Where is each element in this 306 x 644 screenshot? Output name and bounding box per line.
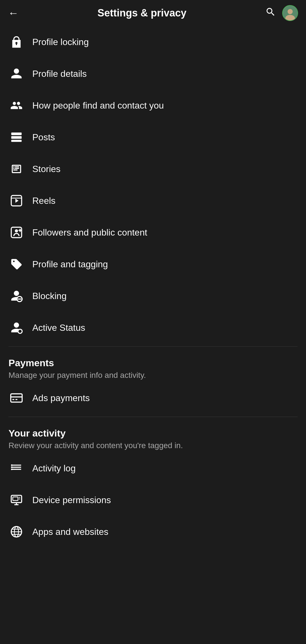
section-subtitle-payments: Manage your payment info and activity. xyxy=(8,371,298,380)
svg-rect-5 xyxy=(11,140,22,142)
menu-item-reels[interactable]: Reels xyxy=(0,185,306,217)
profile-icon xyxy=(8,66,24,82)
svg-rect-19 xyxy=(12,399,14,400)
svg-point-25 xyxy=(11,467,13,468)
svg-rect-17 xyxy=(11,394,22,402)
menu-item-profile-locking[interactable]: Profile locking xyxy=(0,26,306,58)
menu-item-followers-public[interactable]: Followers and public content xyxy=(0,217,306,248)
avatar[interactable] xyxy=(282,5,298,21)
page-title: Settings & privacy xyxy=(97,7,186,19)
menu-label-active-status: Active Status xyxy=(32,323,85,333)
device-permissions-icon xyxy=(8,492,24,508)
divider-activity xyxy=(8,417,298,417)
svg-rect-20 xyxy=(15,399,17,400)
menu-label-profile-locking: Profile locking xyxy=(32,37,89,47)
menu-item-stories[interactable]: Stories xyxy=(0,153,306,185)
menu-item-posts[interactable]: Posts xyxy=(0,121,306,153)
menu-item-profile-details[interactable]: Profile details xyxy=(0,58,306,90)
menu-label-ads-payments: Ads payments xyxy=(32,393,90,403)
menu-label-device-permissions: Device permissions xyxy=(32,495,111,505)
svg-rect-3 xyxy=(11,133,22,135)
menu-label-activity-log: Activity log xyxy=(32,463,76,474)
activity-log-icon xyxy=(8,460,24,476)
svg-point-24 xyxy=(11,464,13,466)
blocking-icon xyxy=(8,288,24,304)
menu-list: Profile locking Profile details How peop… xyxy=(0,26,306,344)
svg-point-10 xyxy=(15,229,18,232)
back-button[interactable]: ← xyxy=(8,7,19,19)
search-icon[interactable] xyxy=(265,7,276,20)
section-header-activity: Your activity Review your activity and c… xyxy=(0,420,306,452)
svg-point-26 xyxy=(11,469,13,470)
menu-item-device-permissions[interactable]: Device permissions xyxy=(0,484,306,516)
menu-item-find-contact[interactable]: How people find and contact you xyxy=(0,90,306,121)
find-contact-icon xyxy=(8,98,24,113)
menu-label-blocking: Blocking xyxy=(32,291,67,301)
menu-label-reels: Reels xyxy=(32,196,56,206)
section-title-payments: Payments xyxy=(8,357,298,368)
menu-label-stories: Stories xyxy=(32,164,61,174)
section-title-activity: Your activity xyxy=(8,428,298,439)
divider-payments xyxy=(8,346,298,347)
menu-label-posts: Posts xyxy=(32,132,55,143)
section-subtitle-activity: Review your activity and content you're … xyxy=(8,441,298,450)
menu-label-profile-details: Profile details xyxy=(32,69,87,79)
svg-marker-7 xyxy=(15,199,18,203)
menu-item-blocking[interactable]: Blocking xyxy=(0,280,306,312)
apps-websites-icon xyxy=(8,524,24,540)
svg-rect-30 xyxy=(13,497,18,501)
menu-item-ads-payments[interactable]: Ads payments xyxy=(0,382,306,414)
reels-icon xyxy=(8,193,24,209)
header: ← Settings & privacy xyxy=(0,0,306,26)
stories-icon xyxy=(8,161,24,177)
svg-rect-4 xyxy=(11,136,22,139)
menu-label-apps-websites: Apps and websites xyxy=(32,527,109,537)
avatar-image xyxy=(283,6,298,20)
menu-item-activity-log[interactable]: Activity log xyxy=(0,452,306,484)
menu-item-profile-tagging[interactable]: Profile and tagging xyxy=(0,248,306,280)
posts-icon xyxy=(8,129,24,145)
followers-icon xyxy=(8,224,24,240)
credit-card-icon xyxy=(8,390,24,406)
header-right xyxy=(265,5,298,21)
tagging-icon xyxy=(8,256,24,272)
svg-point-16 xyxy=(18,329,22,334)
menu-label-profile-tagging: Profile and tagging xyxy=(32,259,108,270)
active-status-icon xyxy=(8,320,24,336)
lock-icon xyxy=(8,34,24,50)
menu-item-active-status[interactable]: Active Status xyxy=(0,312,306,344)
menu-label-find-contact: How people find and contact you xyxy=(32,100,164,111)
svg-point-1 xyxy=(288,9,293,14)
menu-label-followers-public: Followers and public content xyxy=(32,227,147,238)
header-left: ← xyxy=(8,7,19,19)
menu-item-apps-websites[interactable]: Apps and websites xyxy=(0,516,306,548)
section-header-payments: Payments Manage your payment info and ac… xyxy=(0,349,306,382)
